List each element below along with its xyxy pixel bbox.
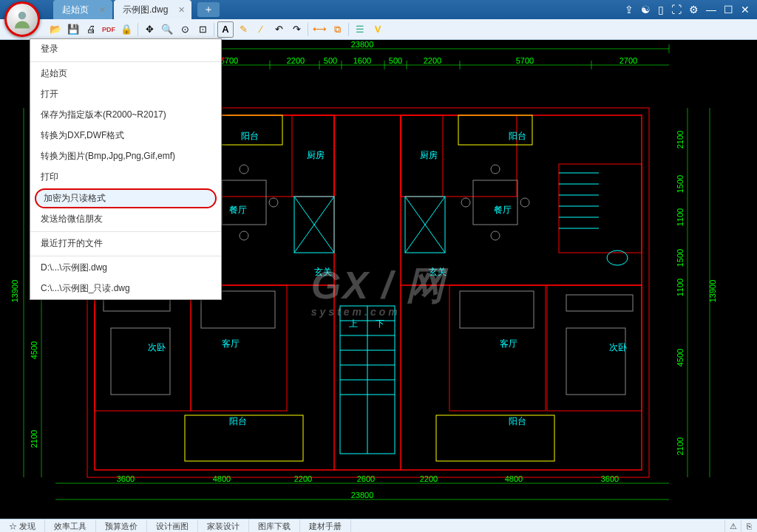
settings-icon[interactable]: ⚙ (689, 4, 699, 16)
menu-recent-label[interactable]: 最近打开的文件 (30, 233, 221, 254)
menu-encrypt-readonly[interactable]: 加密为只读格式 (35, 188, 217, 208)
svg-text:1500: 1500 (676, 249, 685, 267)
svg-text:4500: 4500 (676, 349, 685, 366)
close-icon[interactable]: ✕ (177, 5, 186, 14)
main-toolbar: 📂 💾 🖨 PDF 🔒 ✥ 🔍 ⊙ ⊡ A ✎ ⁄ ↶ ↷ ⟷ ⧉ ☰ V (0, 19, 757, 40)
svg-text:上: 上 (349, 318, 358, 329)
svg-point-60 (491, 231, 500, 240)
layers-button[interactable]: ☰ (352, 21, 368, 38)
svg-text:厨房: 厨房 (420, 150, 438, 160)
lock-button[interactable]: 🔒 (118, 21, 135, 38)
menu-print[interactable]: 打印 (30, 167, 221, 188)
status-tools[interactable]: 效率工具 (45, 519, 96, 533)
svg-text:玄关: 玄关 (314, 267, 332, 277)
window-controls: ⇪ ☯ ▯ ⛶ ⚙ — ☐ ✕ (625, 4, 757, 16)
svg-point-0 (18, 12, 27, 20)
zoom-fit-button[interactable]: ⊙ (177, 21, 193, 38)
svg-text:厨房: 厨房 (307, 150, 325, 160)
warning-icon[interactable]: ⚠ (724, 519, 741, 533)
svg-point-61 (461, 198, 470, 207)
svg-rect-48 (111, 328, 170, 395)
link-icon[interactable]: ⎘ (741, 519, 757, 533)
mobile-icon[interactable]: ▯ (658, 4, 664, 16)
menu-save-as-version[interactable]: 保存为指定版本(R2000~R2017) (30, 105, 221, 126)
svg-text:阳台: 阳台 (509, 131, 526, 141)
status-bar: ☆ 发现 效率工具 预算造价 设计画图 家装设计 图库下载 建材手册 ⚠ ⎘ (0, 519, 757, 532)
svg-point-43 (269, 198, 278, 207)
minimize-icon[interactable]: — (706, 4, 716, 16)
svg-text:4500: 4500 (30, 341, 38, 359)
svg-text:1100: 1100 (676, 279, 685, 296)
menu-recent-file-1[interactable]: C:\...\示例图_只读.dwg (30, 279, 221, 299)
menu-login[interactable]: 登录 (30, 39, 221, 60)
svg-rect-69 (449, 285, 546, 411)
maximize-icon[interactable]: ☐ (724, 4, 733, 16)
redo-button[interactable]: ↷ (288, 21, 305, 38)
svg-text:客厅: 客厅 (500, 338, 517, 349)
undo-button[interactable]: ↶ (271, 21, 287, 38)
menu-start-page[interactable]: 起始页 (30, 64, 221, 84)
pan-button[interactable]: ✥ (141, 21, 157, 38)
svg-text:阳台: 阳台 (509, 416, 526, 426)
zoom-select-button[interactable]: ⊡ (194, 21, 211, 38)
close-icon[interactable]: ✕ (98, 5, 106, 14)
pdf-button[interactable]: PDF (101, 21, 117, 38)
svg-text:1100: 1100 (676, 208, 685, 226)
svg-rect-70 (460, 291, 534, 328)
svg-text:2100: 2100 (676, 437, 685, 455)
svg-text:3600: 3600 (601, 474, 619, 483)
svg-text:3600: 3600 (117, 474, 135, 483)
svg-text:1600: 1600 (353, 56, 371, 65)
status-discover[interactable]: ☆ 发现 (0, 519, 45, 533)
menu-send-wechat[interactable]: 发送给微信朋友 (30, 209, 221, 230)
svg-rect-36 (95, 285, 334, 470)
svg-text:2100: 2100 (676, 131, 685, 149)
measure-button[interactable]: ⟷ (311, 21, 327, 38)
avatar-icon (11, 8, 33, 30)
svg-text:2200: 2200 (420, 474, 438, 483)
svg-text:2200: 2200 (294, 474, 312, 483)
pencil-button[interactable]: ✎ (235, 21, 251, 38)
highlight-button[interactable]: ⁄ (253, 21, 269, 38)
svg-text:阳台: 阳台 (241, 131, 259, 141)
svg-text:次卧: 次卧 (609, 342, 627, 352)
fullscreen-icon[interactable]: ⛶ (671, 4, 682, 16)
share-icon[interactable]: ⇪ (625, 4, 634, 16)
menu-open[interactable]: 打开 (30, 84, 221, 105)
status-materials[interactable]: 建材手册 (300, 519, 351, 533)
text-button[interactable]: A (217, 21, 234, 38)
svg-text:4800: 4800 (505, 474, 523, 483)
open-button[interactable]: 📂 (47, 21, 64, 38)
title-bar: 起始页 ✕ 示例图.dwg ✕ ＋ ⇪ ☯ ▯ ⛶ ⚙ — ☐ ✕ (0, 0, 757, 19)
status-home-design[interactable]: 家装设计 (198, 519, 249, 533)
compare-button[interactable]: ⧉ (329, 21, 345, 38)
status-design-draw[interactable]: 设计画图 (147, 519, 198, 533)
close-window-icon[interactable]: ✕ (741, 4, 750, 16)
status-budget[interactable]: 预算造价 (96, 519, 147, 533)
app-menu-button[interactable] (4, 1, 47, 40)
svg-text:下: 下 (376, 318, 384, 329)
wechat-icon[interactable]: ☯ (641, 4, 651, 16)
print-button[interactable]: 🖨 (83, 21, 99, 38)
svg-text:5700: 5700 (516, 56, 534, 65)
save-button[interactable]: 💾 (65, 21, 81, 38)
zoom-in-button[interactable]: 🔍 (159, 21, 175, 38)
svg-text:餐厅: 餐厅 (229, 205, 247, 215)
svg-text:5700: 5700 (220, 56, 238, 65)
menu-recent-file-0[interactable]: D:\...\示例图.dwg (30, 258, 221, 279)
app-menu: 登录 起始页 打开 保存为指定版本(R2000~R2017) 转换为DXF,DW… (30, 38, 222, 300)
svg-text:23800: 23800 (351, 40, 374, 49)
svg-text:次卧: 次卧 (148, 342, 166, 352)
menu-convert-dxf[interactable]: 转换为DXF,DWF格式 (30, 126, 221, 146)
tab-label: 起始页 (62, 4, 89, 15)
new-tab-button[interactable]: ＋ (197, 2, 220, 17)
vip-button[interactable]: V (370, 21, 386, 38)
tab-start-page[interactable]: 起始页 ✕ (53, 0, 112, 19)
status-gallery[interactable]: 图库下载 (249, 519, 300, 533)
svg-rect-67 (566, 328, 625, 395)
tab-drawing[interactable]: 示例图.dwg ✕ (114, 0, 191, 19)
svg-text:500: 500 (324, 56, 337, 65)
svg-text:4800: 4800 (213, 474, 231, 483)
svg-text:13900: 13900 (708, 280, 717, 303)
menu-convert-image[interactable]: 转换为图片(Bmp,Jpg,Png,Gif,emf) (30, 146, 221, 167)
